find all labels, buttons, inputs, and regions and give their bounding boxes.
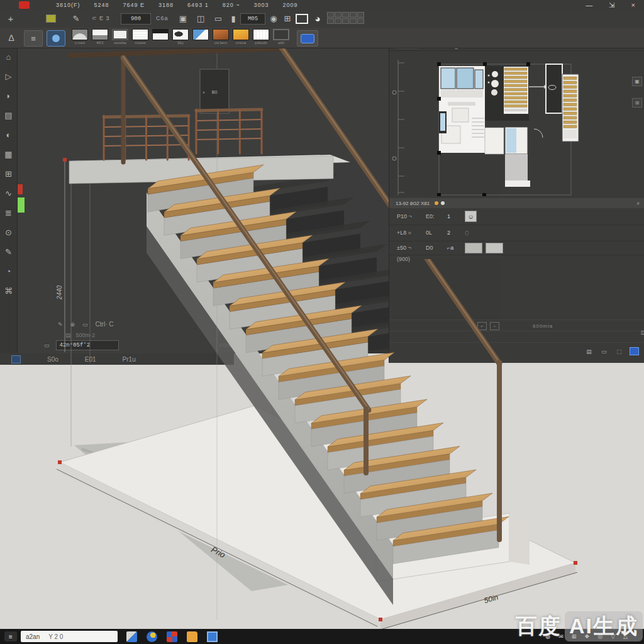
list-icon: ▤ — [65, 332, 71, 338]
ai-watermark: 百度 AI生成 — [516, 611, 643, 641]
corner-frame-icon[interactable]: ⌐ — [477, 322, 487, 330]
ruler-marker-icon — [392, 91, 396, 94]
slider-settings-icon[interactable]: ≡ — [24, 30, 43, 47]
pie-tool-icon[interactable]: ◔ — [2, 265, 16, 277]
circle-tool-icon[interactable]: ◐ — [2, 128, 16, 141]
menu-item[interactable]: 2009 — [282, 2, 297, 8]
files-app-icon[interactable] — [126, 631, 137, 642]
property-value: ⌐a — [447, 245, 465, 251]
style-thumb[interactable]: moses — [131, 29, 150, 47]
refresh-icon[interactable]: ◌ — [465, 228, 469, 237]
style-thumb[interactable]: Sky — [171, 29, 190, 47]
plan-door-swing — [534, 129, 543, 138]
target-icon[interactable]: ⊕ — [70, 321, 75, 328]
curve-tool-icon[interactable]: ∿ — [2, 187, 16, 199]
menu-item[interactable]: 6493 1 — [187, 2, 209, 8]
3d-viewport-background[interactable] — [18, 48, 389, 353]
color-swatch[interactable] — [465, 243, 482, 253]
properties-header[interactable]: 13-92 8G2 X81 ≠ — [389, 198, 644, 208]
folder-app-icon[interactable] — [187, 631, 197, 642]
align-icon[interactable]: ▤ — [584, 347, 594, 355]
start-button[interactable]: ≡ — [4, 631, 17, 641]
model-icon[interactable] — [11, 355, 21, 364]
blue-material-icon[interactable] — [297, 30, 318, 47]
zoom-extents-icon[interactable]: ⊞ — [632, 98, 642, 108]
tent-tool-icon[interactable]: ∆ — [5, 31, 18, 44]
footer-label[interactable]: S0o — [47, 356, 58, 363]
move-tool-icon[interactable]: + — [5, 12, 16, 25]
active-view-icon[interactable] — [630, 347, 639, 355]
property-row: ±50 ¬ D0 ⌐a — [389, 241, 644, 255]
style-thumb[interactable]: c:mes — [70, 29, 89, 47]
small-box-icon[interactable]: ▫ — [490, 322, 499, 330]
taskbar-search-input[interactable]: a2an Υ 2 0 — [21, 631, 118, 642]
viewport-footer-bar: S0o E01 Pr1u — [0, 353, 234, 365]
menu-item[interactable]: 3188 — [158, 2, 174, 8]
pencil-icon[interactable]: ✎ — [70, 12, 82, 25]
footer-label[interactable]: E01 — [85, 356, 96, 363]
circle-icon[interactable]: ◉ — [268, 12, 279, 25]
drawing-tools-toolbar: ⌂ ▷ ◗ ▤ ◐ ▦ ⊞ ∿ ≣ ⊙ ✎ ◔ ⌘ — [0, 48, 18, 365]
menu-item[interactable]: 3003 — [253, 2, 269, 8]
window-app-icon[interactable] — [207, 631, 218, 642]
menu-item[interactable]: 3810(F) — [56, 2, 80, 8]
style-thumb[interactable]: psbuds — [252, 29, 270, 47]
expand-view-icon[interactable]: ⬚ — [614, 347, 624, 355]
style-caption: cis:bent — [214, 40, 228, 45]
mini-button-grid[interactable] — [327, 12, 364, 24]
style-thumb[interactable]: with — [272, 29, 291, 47]
style-thumb[interactable]: niestibe — [111, 29, 130, 47]
menu-item[interactable]: 7649 E — [123, 2, 145, 8]
bar-icon[interactable]: ▮ — [228, 12, 239, 25]
shape-tool-icon[interactable]: ◗ — [2, 89, 16, 102]
property-label: P10 ¬ — [397, 213, 426, 219]
value-input-2[interactable]: M05 — [240, 13, 265, 25]
close-icon[interactable]: × — [631, 0, 635, 10]
select-tool-icon[interactable]: ▷ — [2, 70, 16, 82]
styles-toolbar: ∆ ≡ c:mes #9'2 niestibe moses Sky cis:be… — [0, 28, 644, 48]
document-tool-icon[interactable]: ▤ — [2, 109, 16, 121]
square-frame-icon[interactable] — [296, 14, 308, 24]
menu-item[interactable]: 5248 — [94, 2, 109, 8]
layers-tool-icon[interactable]: ≣ — [2, 206, 16, 219]
edit-icon[interactable]: ✎ — [58, 321, 63, 328]
style-thumb[interactable]: #9'2 — [91, 29, 109, 47]
pan-icon[interactable]: ▣ — [632, 77, 642, 86]
panel-icon[interactable]: ◫ — [195, 12, 206, 25]
window-icon[interactable]: ▭ — [213, 12, 224, 25]
main-toolbar: + ✎ ⊂ E 3 900 C6a ▣ ◫ ▭ ▮ M05 ◉ ⊞ ◕ — [0, 10, 644, 28]
menu-item[interactable]: 820 ~ — [223, 2, 240, 8]
box-icon[interactable]: ▭ — [82, 321, 88, 328]
home-tool-icon[interactable]: ⌂ — [2, 50, 16, 63]
minimize-icon[interactable]: — — [586, 0, 592, 10]
command-tool-icon[interactable]: ⌘ — [2, 284, 16, 297]
snap-icon[interactable]: ⊡ — [638, 328, 644, 336]
target-tool-icon[interactable]: ⊙ — [2, 226, 16, 238]
frame-icon[interactable]: ▭ — [599, 347, 609, 355]
material-preview-icon[interactable]: ☺ — [465, 211, 477, 222]
photo-frame-icon[interactable]: ▣ — [177, 12, 189, 25]
pencil-tool-icon[interactable]: ✎ — [2, 245, 16, 258]
measurement-input[interactable]: 42n°05f'2 — [56, 340, 119, 350]
restore-icon[interactable]: ⇲ — [609, 0, 614, 10]
color-swatch[interactable] — [486, 243, 503, 253]
grid-icon[interactable]: ⊞ — [282, 12, 293, 25]
selected-orbit-tool-icon[interactable] — [47, 30, 65, 47]
style-thumb[interactable]: cis:bent — [211, 29, 230, 47]
style-thumb[interactable] — [191, 29, 210, 47]
globe-icon[interactable]: ◕ — [312, 12, 323, 25]
style-thumb[interactable] — [151, 29, 170, 47]
value-input[interactable]: 900 — [121, 13, 151, 25]
style-thumb[interactable]: orsina — [231, 29, 250, 47]
hatch-tool-icon[interactable]: ▦ — [2, 148, 16, 160]
grid-tool-icon[interactable]: ⊞ — [2, 167, 16, 180]
style-caption: psbuds — [255, 40, 267, 45]
browser-app-icon[interactable] — [147, 631, 157, 642]
image-icon[interactable] — [45, 12, 57, 25]
field-icon: ▭ — [44, 342, 50, 348]
office-app-icon[interactable] — [167, 631, 177, 642]
floor-plan-view[interactable] — [389, 50, 644, 196]
search-text: a2an — [26, 633, 40, 640]
footer-label[interactable]: Pr1u — [123, 356, 136, 363]
expand-icon[interactable]: ≠ — [637, 201, 640, 206]
